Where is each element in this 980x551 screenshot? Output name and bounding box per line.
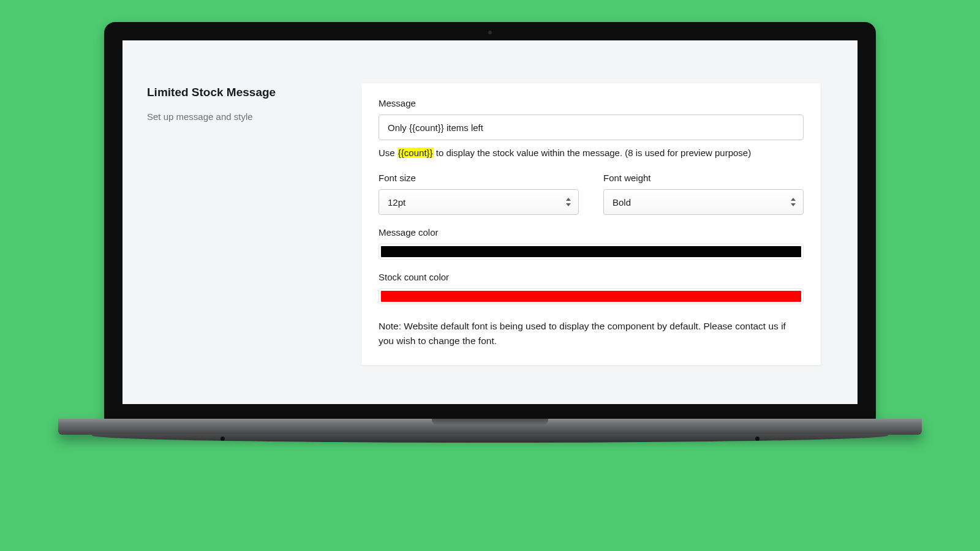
- laptop-mockup: Limited Stock Message Set up message and…: [104, 22, 876, 443]
- section-title: Limited Stock Message: [147, 86, 337, 99]
- section-header: Limited Stock Message Set up message and…: [147, 83, 337, 365]
- message-color-label: Message color: [379, 227, 804, 238]
- message-input[interactable]: [379, 114, 804, 140]
- stepper-icon: [790, 198, 796, 206]
- message-helper: Use {{count}} to display the stock value…: [379, 146, 804, 159]
- font-weight-value: Bold: [612, 197, 631, 208]
- rubber-foot: [755, 437, 760, 441]
- app-screen: Limited Stock Message Set up message and…: [123, 40, 858, 404]
- stock-color-swatch: [381, 291, 801, 302]
- settings-layout: Limited Stock Message Set up message and…: [123, 40, 858, 396]
- font-weight-field: Font weight Bold: [603, 173, 804, 215]
- rubber-foot: [221, 437, 225, 441]
- font-weight-label: Font weight: [603, 173, 804, 183]
- laptop-bezel: Limited Stock Message Set up message and…: [104, 22, 876, 420]
- font-size-select[interactable]: 12pt: [379, 189, 579, 215]
- stepper-icon: [565, 198, 571, 206]
- font-note: Note: Website default font is being used…: [379, 319, 804, 348]
- font-row: Font size 12pt: [379, 173, 804, 215]
- message-color-field: Message color: [379, 227, 804, 260]
- helper-suffix: to display the stock value within the me…: [434, 148, 752, 158]
- count-token-highlight: {{count}}: [398, 148, 434, 158]
- message-color-input[interactable]: [379, 244, 804, 260]
- section-subtitle: Set up message and style: [147, 111, 337, 122]
- font-size-label: Font size: [379, 173, 579, 183]
- stock-color-input[interactable]: [379, 288, 804, 304]
- font-size-value: 12pt: [388, 197, 405, 208]
- helper-prefix: Use: [379, 148, 398, 158]
- font-size-field: Font size 12pt: [379, 173, 579, 215]
- message-label: Message: [379, 98, 804, 108]
- camera-dot: [488, 31, 492, 34]
- laptop-foot: [92, 434, 888, 443]
- stock-color-field: Stock count color: [379, 272, 804, 304]
- stock-color-label: Stock count color: [379, 272, 804, 282]
- hinge-notch: [432, 419, 548, 425]
- laptop-base: [58, 419, 922, 435]
- settings-card: Message Use {{count}} to display the sto…: [361, 83, 821, 365]
- message-color-swatch: [381, 246, 801, 257]
- font-weight-select[interactable]: Bold: [603, 189, 804, 215]
